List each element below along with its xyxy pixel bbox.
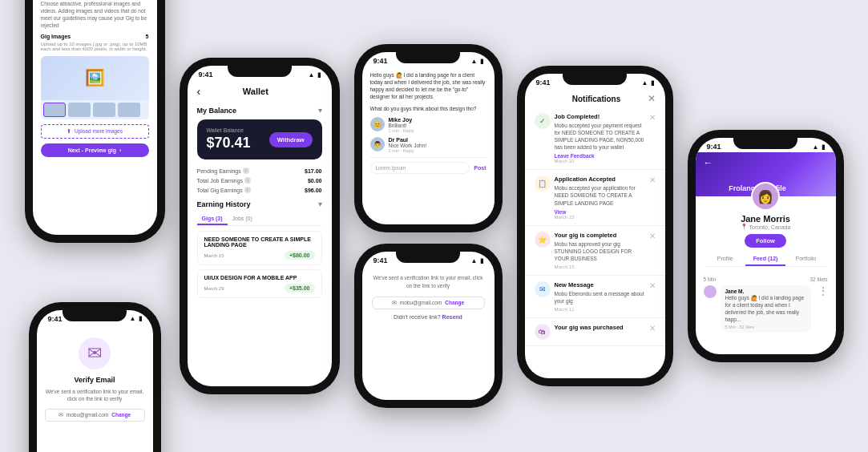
verify-change-link[interactable]: Change	[111, 412, 131, 418]
gallery-images-label: Gig Images 5	[41, 34, 149, 39]
verify-desc: We've sent a verification link to your e…	[45, 388, 145, 402]
thumb-1[interactable]	[43, 103, 66, 117]
profile-meta-row: 5 Min 32 likes	[704, 276, 828, 282]
wallet-balance-header: My Balance ▾	[197, 106, 322, 115]
wallet-stat-pending: Pending Earnings i $17.00	[197, 167, 322, 174]
notif-4-close[interactable]: ✕	[649, 281, 656, 290]
wallet-earning-header: Earning History ▾	[197, 200, 322, 208]
notif-msg-icon: ✉	[535, 281, 551, 297]
earning-card-1-amount: +$80.00	[285, 251, 315, 260]
wallet-earning-section: Earning History ▾ Gigs (3) Jobs (0) NEED…	[188, 200, 332, 309]
profile-comment-row: Jane M. Hello guys 🙋 I did a landing pag…	[704, 285, 828, 333]
wallet-balance-amount: $70.41	[207, 135, 251, 151]
next-preview-button[interactable]: Next - Preview gig ›	[41, 143, 149, 157]
profile-comment-body: Jane M. Hello guys 🙋 I did a landing pag…	[721, 285, 811, 333]
notif-column: 9:41 ▲ ▮ Notifications ✕ ✓ Job Completed…	[517, 66, 673, 386]
verify2-email-row: ✉ mobu@gmail.com Change	[372, 297, 485, 309]
thumb-4[interactable]	[118, 103, 140, 117]
tab-profile[interactable]: Profile	[705, 252, 745, 266]
comment-paul-name: Dr Paul	[389, 137, 486, 143]
center-column: 9:41 ▲ ▮ ‹ Wallet My Balance ▾ Wallet B	[180, 58, 340, 394]
notif-1-action[interactable]: Leave Feedback	[555, 153, 645, 159]
wifi-icon-verify2: ▲	[471, 257, 478, 264]
phone-wallet: 9:41 ▲ ▮ ‹ Wallet My Balance ▾ Wallet B	[180, 58, 340, 394]
gallery-sublabel: Upload up to 10 images (.jpg or .png), u…	[41, 42, 149, 51]
follow-button[interactable]: Follow	[745, 234, 786, 248]
info-icon-job: i	[244, 177, 251, 184]
notif-5-title: Your gig was purchased	[555, 324, 645, 331]
earning-card-1-date: March 15	[204, 253, 224, 258]
comment-paul-meta: 2 min · Reply	[389, 148, 486, 153]
phone-notch-notif	[563, 74, 627, 85]
location-icon: 📍	[741, 224, 748, 230]
gallery-content: Gallery Choose attractive, professional …	[33, 0, 157, 163]
wallet-back-button[interactable]: ‹	[197, 85, 201, 98]
earning-card-1: NEED SOMEONE TO CREATE A SIMPLE LANDING …	[197, 231, 322, 265]
profile-likes: 32 likes	[809, 276, 827, 282]
thumb-3[interactable]	[93, 103, 115, 117]
wallet-expand-icon[interactable]: ▾	[318, 106, 322, 115]
resend-link[interactable]: Resend	[442, 314, 462, 320]
notif-5-close[interactable]: ✕	[649, 324, 656, 333]
comment-row-1: 😊 Mike Joy Brilliant! 1 min · Reply	[370, 117, 486, 133]
info-icon-pending: i	[243, 167, 249, 174]
wallet-balance-box: Wallet Balance $70.41 Withdraw	[197, 119, 322, 159]
post-button[interactable]: Post	[474, 165, 486, 171]
comment-paul-text: Nice Work John!	[389, 143, 486, 148]
verify2-change-link[interactable]: Change	[445, 300, 464, 305]
tab-gigs[interactable]: Gigs (3)	[197, 213, 228, 225]
right-column-1: 9:41 ▲ ▮ Hello guys 🙋 I did a landing pa…	[354, 44, 503, 408]
profile-comment-more-icon[interactable]: ⋮	[818, 285, 828, 297]
status-icons-wallet: ▲ ▮	[309, 71, 321, 79]
notif-1-close[interactable]: ✕	[649, 113, 656, 122]
earning-card-1-title: NEED SOMEONE TO CREATE A SIMPLE LANDING …	[204, 236, 315, 248]
battery-icon-social: ▮	[480, 58, 483, 65]
tab-jobs[interactable]: Jobs (0)	[228, 213, 257, 225]
notif-2-date: March 22	[555, 215, 645, 220]
profile-tabs: Profile Feed (12) Portfolio	[705, 252, 826, 267]
notif-1-desc: Mobu accepted your payment request for N…	[555, 122, 645, 151]
phone-verify: 9:41 ▲ ▮ ✉ Verify Email We've sent a ver…	[29, 302, 161, 453]
thumb-2[interactable]	[68, 103, 91, 117]
tab-feed[interactable]: Feed (12)	[745, 252, 785, 266]
profile-avatar-wrap: 👩 Jane Morris 📍 Toronto, Canada Follow P…	[696, 182, 836, 272]
time-notif: 9:41	[536, 79, 551, 87]
tab-portfolio[interactable]: Portfolio	[785, 252, 826, 266]
withdraw-button[interactable]: Withdraw	[269, 132, 313, 147]
profile-comment-avatar	[704, 285, 717, 298]
verify2-email: mobu@gmail.com	[400, 300, 442, 305]
notif-2-close[interactable]: ✕	[649, 176, 656, 184]
image-placeholder: 🖼️	[41, 56, 149, 119]
earning-expand-icon[interactable]: ▾	[318, 200, 322, 208]
verify2-content: We've sent a verification link to your e…	[362, 266, 495, 328]
avatar-mike: 😊	[370, 117, 385, 131]
comment-mike-name: Mike Joy	[389, 117, 486, 123]
gallery-screen: 9:41 ▲ ▮ Gallery Choose attractive, prof…	[33, 0, 157, 235]
wallet-stat-total-gig: Total Gig Earnings i $96.00	[197, 187, 322, 193]
wallet-job-amount: $0.00	[308, 178, 322, 184]
time-wallet: 9:41	[199, 71, 213, 79]
phone-social: 9:41 ▲ ▮ Hello guys 🙋 I did a landing pa…	[354, 44, 503, 232]
upload-button[interactable]: ⬆ Upload more images	[41, 124, 149, 139]
verify-email-row: ✉ mobu@gmail.com Change	[45, 409, 145, 422]
profile-back-button[interactable]: ←	[704, 157, 713, 168]
notif-close-button[interactable]: ✕	[648, 93, 656, 104]
notif-item-1: ✓ Job Completed! Mobu accepted your paym…	[525, 107, 665, 170]
wallet-balance-title: My Balance	[197, 107, 237, 115]
notif-purchase-icon: 🛍	[535, 324, 551, 340]
verify-title: Verify Email	[45, 376, 145, 384]
profile-comment-section: 5 Min 32 likes Jane M. Hello guys 🙋 I di…	[696, 272, 836, 337]
profile-screen: 9:41 ▲ ▮ ← Frolancer Profile 👩 Jane Morr…	[696, 138, 836, 354]
profile-comment-meta: 5 Min · 32 likes	[725, 325, 806, 329]
notif-3-close[interactable]: ✕	[649, 232, 656, 240]
battery-icon-verify: ▮	[139, 315, 142, 322]
comment-input-row: Lorem Ipsum Post	[370, 157, 486, 174]
notif-item-5: 🛍 Your gig was purchased ✕	[525, 318, 665, 346]
notif-2-action[interactable]: View	[555, 209, 645, 215]
comment-input[interactable]: Lorem Ipsum	[370, 162, 470, 174]
phone-profile: 9:41 ▲ ▮ ← Frolancer Profile 👩 Jane Morr…	[688, 130, 844, 362]
earning-card-2: UI/UX DESIGN FOR A MOBILE APP March 29 +…	[197, 269, 322, 298]
time-profile: 9:41	[707, 143, 721, 151]
verify2-screen: 9:41 ▲ ▮ We've sent a verification link …	[362, 252, 495, 400]
social-question: What do you guys think about this design…	[370, 105, 486, 112]
